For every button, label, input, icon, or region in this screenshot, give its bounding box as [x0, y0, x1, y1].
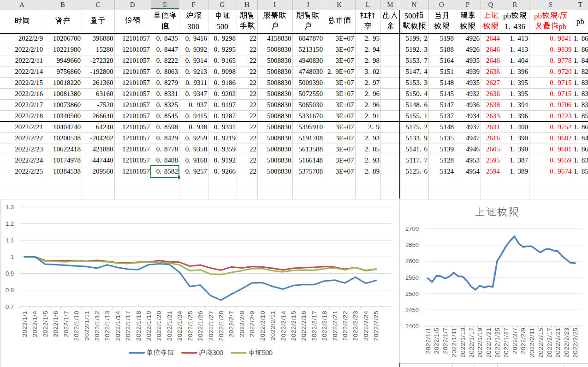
svg-text:2650: 2650 [405, 241, 419, 248]
svg-text:2022/2/22: 2022/2/22 [342, 311, 349, 341]
svg-text:2022/2/23: 2022/2/23 [352, 311, 359, 341]
svg-text:0: 0 [269, 349, 273, 356]
svg-text:2022/1/21: 2022/1/21 [166, 311, 173, 341]
svg-text:2022/2/25: 2022/2/25 [373, 311, 380, 341]
svg-text:2022/2/24: 2022/2/24 [362, 311, 369, 341]
svg-text:2022/1/27: 2022/1/27 [503, 327, 510, 357]
svg-text:2022/2/21: 2022/2/21 [332, 311, 339, 341]
svg-text:2022/1/24: 2022/1/24 [176, 311, 183, 341]
svg-text:2600: 2600 [405, 258, 419, 265]
svg-text:2022/2/17: 2022/2/17 [311, 311, 318, 341]
svg-text:2022/1/5: 2022/1/5 [433, 327, 440, 354]
svg-text:2022/1/7: 2022/1/7 [442, 327, 449, 354]
svg-text:2022/2/25: 2022/2/25 [572, 327, 579, 357]
svg-text:1: 1 [11, 253, 14, 260]
svg-text:2550: 2550 [405, 274, 419, 281]
svg-text:0.7: 0.7 [6, 303, 14, 310]
svg-text:2022/1/1: 2022/1/1 [21, 311, 28, 337]
svg-text:2400: 2400 [405, 323, 419, 330]
svg-text:2022/2/16: 2022/2/16 [300, 311, 307, 341]
svg-text:2022/1/1: 2022/1/1 [425, 327, 432, 354]
svg-text:2022/1/4: 2022/1/4 [31, 311, 38, 337]
svg-text:2022/1/11: 2022/1/11 [451, 327, 457, 357]
svg-text:2022/2/18: 2022/2/18 [321, 311, 328, 341]
svg-text:0: 0 [220, 349, 223, 356]
svg-text:2022/1/5: 2022/1/5 [42, 311, 49, 337]
svg-text:2022/2/21: 2022/2/21 [554, 327, 561, 357]
svg-text:2022/1/19: 2022/1/19 [476, 327, 483, 357]
svg-text:2022/2/9: 2022/2/9 [520, 327, 527, 354]
svg-text:2022/1/6: 2022/1/6 [52, 311, 59, 337]
svg-text:2022/1/26: 2022/1/26 [197, 311, 204, 341]
svg-text:2022/2/7: 2022/2/7 [511, 327, 518, 354]
svg-text:0.9: 0.9 [6, 270, 14, 277]
svg-text:2022/1/25: 2022/1/25 [187, 311, 194, 341]
svg-text:2022/1/14: 2022/1/14 [114, 311, 121, 341]
svg-text:2022/1/12: 2022/1/12 [94, 311, 101, 341]
svg-text:2022/2/9: 2022/2/9 [249, 311, 255, 337]
svg-text:0.8: 0.8 [6, 287, 14, 294]
svg-text:1.1: 1.1 [6, 237, 14, 244]
svg-text:2022/1/10: 2022/1/10 [73, 311, 80, 341]
svg-text:2022/1/25: 2022/1/25 [494, 327, 501, 357]
svg-text:2022/1/17: 2022/1/17 [125, 311, 131, 341]
svg-text:2022/1/21: 2022/1/21 [485, 327, 492, 357]
svg-text:2022/1/18: 2022/1/18 [135, 311, 142, 341]
svg-text:2700: 2700 [405, 225, 419, 232]
svg-text:2022/1/13: 2022/1/13 [104, 311, 111, 341]
svg-text:2022/2/14: 2022/2/14 [280, 311, 287, 341]
svg-text:2022/1/28: 2022/1/28 [218, 311, 225, 341]
svg-text:1.2: 1.2 [6, 220, 14, 227]
svg-text:2022/1/11: 2022/1/11 [83, 311, 90, 340]
svg-text:2022/2/10: 2022/2/10 [259, 311, 266, 341]
svg-text:1.3: 1.3 [6, 204, 14, 211]
svg-text:2450: 2450 [405, 307, 419, 313]
svg-text:2022/2/8: 2022/2/8 [238, 311, 245, 337]
svg-text:2022/1/20: 2022/1/20 [155, 311, 162, 341]
svg-text:2500: 2500 [405, 290, 419, 297]
svg-text:2022/2/11: 2022/2/11 [529, 327, 535, 357]
svg-text:2022/2/7: 2022/2/7 [228, 311, 235, 337]
svg-text:2022/1/7: 2022/1/7 [63, 311, 70, 337]
svg-text:2022/2/11: 2022/2/11 [269, 311, 276, 340]
svg-text:2022/1/13: 2022/1/13 [459, 327, 466, 357]
svg-text:2022/2/15: 2022/2/15 [290, 311, 297, 341]
svg-text:2022/2/23: 2022/2/23 [563, 327, 570, 357]
svg-text:2022/1/19: 2022/1/19 [145, 311, 152, 341]
svg-text:2022/2/17: 2022/2/17 [546, 327, 553, 357]
svg-text:2022/1/27: 2022/1/27 [208, 311, 214, 341]
svg-text:2022/1/17: 2022/1/17 [468, 327, 475, 357]
svg-text:2022/2/15: 2022/2/15 [537, 327, 544, 357]
